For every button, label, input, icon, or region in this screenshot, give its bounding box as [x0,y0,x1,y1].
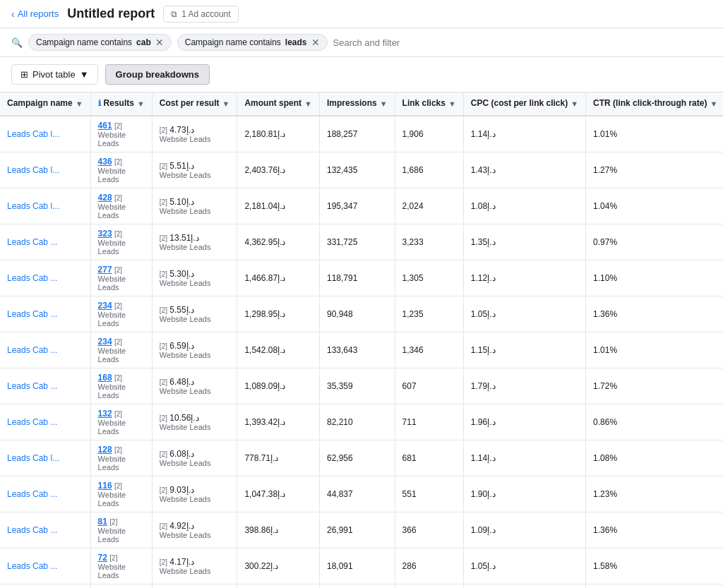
cell-cpc-13: د.إ1.14 [463,584,585,588]
table-row: Leads Cab ... 323 [2] Website Leads د.إ1… [0,224,723,260]
col-sort-ctr[interactable]: ▼ [710,100,717,108]
col-sort-amount[interactable]: ▼ [304,100,312,108]
cell-impressions-4: 118,791 [319,260,395,296]
ad-account-badge[interactable]: ⧉ 1 Ad account [163,6,238,23]
result-num-7[interactable]: 168 [98,373,112,383]
cell-ctr-12: 1.58% [586,548,723,584]
cell-cpc-0: د.إ1.14 [463,116,585,152]
cell-ctr-5: 1.36% [586,296,723,332]
result-num-4[interactable]: 277 [98,265,112,275]
cell-cpc-4: د.إ1.12 [463,260,585,296]
campaign-link-1[interactable]: Leads Cab l... [7,165,59,175]
result-num-3[interactable]: 323 [98,229,112,239]
result-num-10[interactable]: 116 [98,481,112,491]
campaign-link-8[interactable]: Leads Cab ... [7,417,57,427]
result-sub-5: Website Leads [98,311,145,328]
cell-amount-1: د.إ2,403.76 [237,152,320,188]
result-num-1[interactable]: 436 [98,157,112,167]
cell-campaign-7: Leads Cab ... [0,368,90,404]
result-num-8[interactable]: 132 [98,409,112,419]
col-sort-cost[interactable]: ▼ [222,100,230,108]
campaign-link-3[interactable]: Leads Cab ... [7,237,57,247]
cell-amount-13: د.إ299.58 [237,584,320,588]
table-row: Leads Cab ... 234 [2] Website Leads د.إ5… [0,296,723,332]
filter-search-input[interactable] [333,37,712,48]
cell-linkclicks-1: 1,686 [395,152,463,188]
cell-campaign-9: Leads Cab l... [0,440,90,476]
cell-impressions-10: 44,837 [319,476,395,512]
back-arrow-icon: ‹ [11,8,15,20]
cell-ctr-4: 1.10% [586,260,723,296]
cell-campaign-13: Leads Cab ... [0,584,90,588]
cell-results-11: 81 [2] Website Leads [90,512,152,548]
cell-cost-5: د.إ5.55 [2] Website Leads [152,296,237,332]
cell-amount-5: د.إ1,298.95 [237,296,320,332]
table-row: Leads Cab l... 436 [2] Website Leads د.إ… [0,152,723,188]
pivot-icon: ⊞ [20,69,28,80]
result-num-5[interactable]: 234 [98,301,112,311]
cell-campaign-3: Leads Cab ... [0,224,90,260]
cell-campaign-8: Leads Cab ... [0,404,90,440]
result-num-2[interactable]: 428 [98,193,112,203]
cell-linkclicks-12: 286 [395,548,463,584]
toolbar: ⊞ Pivot table ▼ Group breakdowns [0,57,723,92]
cell-impressions-5: 90,948 [319,296,395,332]
cell-ctr-10: 1.23% [586,476,723,512]
campaign-link-2[interactable]: Leads Cab l... [7,201,59,211]
result-num-9[interactable]: 128 [98,445,112,455]
col-sort-results[interactable]: ▼ [137,100,145,108]
cell-results-0: 461 [2] Website Leads [90,116,152,152]
cell-linkclicks-11: 366 [395,512,463,548]
col-sort-impressions[interactable]: ▼ [380,100,388,108]
cell-amount-0: د.إ2,180.81 [237,116,320,152]
result-num-11[interactable]: 81 [98,517,107,527]
cell-results-1: 436 [2] Website Leads [90,152,152,188]
campaign-link-6[interactable]: Leads Cab ... [7,345,57,355]
col-sort-cpc[interactable]: ▼ [570,100,578,108]
campaign-link-12[interactable]: Leads Cab ... [7,561,57,571]
campaign-link-10[interactable]: Leads Cab ... [7,489,57,499]
campaign-link-7[interactable]: Leads Cab ... [7,381,57,391]
results-info-icon: ℹ [98,99,101,108]
filter-chip-2[interactable]: Campaign name contains leads ✕ [177,34,328,51]
cell-results-2: 428 [2] Website Leads [90,188,152,224]
group-breakdowns-button[interactable]: Group breakdowns [105,64,210,85]
pivot-table-button[interactable]: ⊞ Pivot table ▼ [11,64,98,85]
cell-cost-7: د.إ6.48 [2] Website Leads [152,368,237,404]
col-sort-linkclicks[interactable]: ▼ [448,100,456,108]
table-row: Leads Cab ... 116 [2] Website Leads د.إ9… [0,476,723,512]
result-num-0[interactable]: 461 [98,121,112,131]
cell-cost-9: د.إ6.08 [2] Website Leads [152,440,237,476]
cell-cpc-9: د.إ1.14 [463,440,585,476]
back-link[interactable]: ‹ All reports [11,8,59,20]
campaign-link-0[interactable]: Leads Cab l... [7,129,59,139]
campaign-link-4[interactable]: Leads Cab ... [7,273,57,283]
cell-cost-1: د.إ5.51 [2] Website Leads [152,152,237,188]
result-num-6[interactable]: 234 [98,337,112,347]
data-table-container: Campaign name ▼ ℹ Results ▼ Cost per res… [0,92,723,588]
campaign-link-5[interactable]: Leads Cab ... [7,309,57,319]
cell-amount-4: د.إ1,466.87 [237,260,320,296]
cell-ctr-6: 1.01% [586,332,723,368]
cell-amount-3: د.إ4,362.95 [237,224,320,260]
result-num-12[interactable]: 72 [98,553,107,563]
result-sub-8: Website Leads [98,419,145,436]
cell-results-13: 52 [2] Website Leads [90,584,152,588]
campaign-link-11[interactable]: Leads Cab ... [7,525,57,535]
filter-remove-1[interactable]: ✕ [155,37,164,47]
filter-remove-2[interactable]: ✕ [311,37,320,47]
cell-linkclicks-13: 262 [395,584,463,588]
col-sort-campaign[interactable]: ▼ [76,100,83,108]
cell-linkclicks-3: 3,233 [395,224,463,260]
cell-linkclicks-4: 1,305 [395,260,463,296]
filter-prefix-1: Campaign name contains [36,37,132,47]
campaign-link-9[interactable]: Leads Cab l... [7,453,59,463]
table-row: Leads Cab l... 428 [2] Website Leads د.إ… [0,188,723,224]
result-sub-11: Website Leads [98,527,145,544]
col-cpc: CPC (cost per link click) ▼ [463,92,585,116]
cell-amount-11: د.إ398.86 [237,512,320,548]
cell-ctr-8: 0.86% [586,404,723,440]
cell-amount-9: د.إ778.71 [237,440,320,476]
filter-chip-1[interactable]: Campaign name contains cab ✕ [28,34,172,51]
cell-ctr-1: 1.27% [586,152,723,188]
